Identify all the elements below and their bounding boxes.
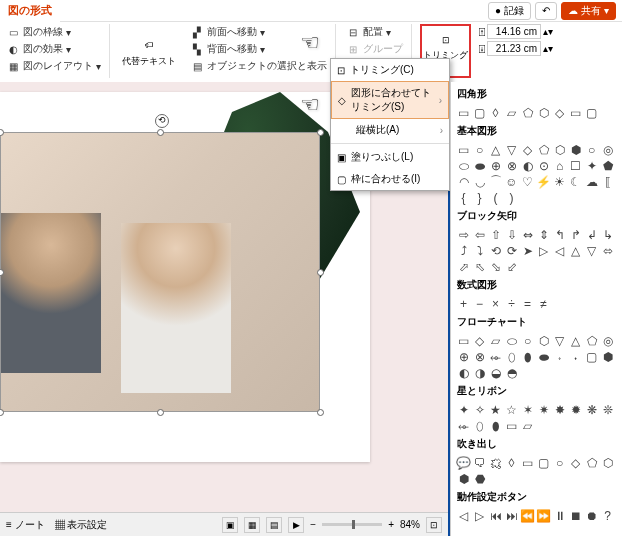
forward-icon: ▞	[190, 25, 204, 39]
rotate-handle[interactable]: ⟲	[155, 114, 169, 128]
width-input[interactable]	[487, 41, 541, 56]
align[interactable]: ⊟配置 ▾	[344, 24, 405, 40]
pic-effect[interactable]: ◐図の効果 ▾	[4, 41, 103, 57]
hand-cursor-2: ☜	[300, 92, 320, 118]
effect-icon: ◐	[6, 42, 20, 56]
fill-icon: ▣	[337, 152, 346, 163]
height-icon: ⍐	[479, 26, 485, 37]
handle-mr[interactable]	[317, 269, 324, 276]
view-normal[interactable]: ▣	[222, 517, 238, 533]
pic-layout[interactable]: ▦図のレイアウト ▾	[4, 58, 103, 74]
sec-arrows: ブロック矢印	[455, 206, 618, 226]
height-input[interactable]	[487, 24, 541, 39]
group-icon: ⊞	[346, 42, 360, 56]
alt-text[interactable]: 🏷 代替テキスト	[118, 24, 180, 78]
backward-icon: ▚	[190, 42, 204, 56]
sec-stars: 星とリボン	[455, 381, 618, 401]
fit-icon: ▢	[337, 174, 346, 185]
status-bar: ≡ ノート ▦ 表示設定 ▣ ▦ ▤ ▶ − + 84% ⊡	[0, 512, 448, 536]
view-reading[interactable]: ▤	[266, 517, 282, 533]
sh-rect[interactable]: ▭	[456, 105, 471, 120]
crop-menu: ⊡トリミング(C) ◇図形に合わせてトリミング(S)› 縦横比(A)› ▣塗りつ…	[330, 58, 450, 191]
selected-picture[interactable]	[0, 132, 320, 412]
sec-flow: フローチャート	[455, 312, 618, 332]
sec-rect: 四角形	[455, 84, 618, 104]
shape-panel: 四角形 ▭▢◊▱⬠⬡◇▭▢ 基本図形 ▭○△▽◇⬠⬡⬢○◎ ⬭⬬⊕⊗◐⊙⌂☐✦⬟…	[450, 82, 622, 536]
select-icon: ▤	[190, 59, 204, 73]
tab-title[interactable]: 図の形式	[0, 0, 60, 22]
pic-border[interactable]: ▭図の枠線 ▾	[4, 24, 103, 40]
alt-icon: 🏷	[139, 35, 159, 55]
record-button[interactable]: ● 記録	[488, 2, 531, 20]
group[interactable]: ⊞グループ	[344, 41, 405, 57]
border-icon: ▭	[6, 25, 20, 39]
width-icon: ⍗	[479, 43, 485, 54]
slide[interactable]: ⟲	[0, 92, 370, 462]
sec-basic: 基本図形	[455, 121, 618, 141]
menu-fill[interactable]: ▣塗りつぶし(L)	[331, 146, 449, 168]
display-button[interactable]: ▦ 表示設定	[55, 518, 108, 532]
handle-br[interactable]	[317, 409, 324, 416]
selection-pane[interactable]: ▤オブジェクトの選択と表示	[188, 58, 329, 74]
zoom-label[interactable]: 84%	[400, 519, 420, 530]
notes-button[interactable]: ≡ ノート	[6, 518, 45, 532]
shape-crop-icon: ◇	[338, 95, 346, 106]
undo-button[interactable]: ↶	[535, 2, 557, 20]
zoom-slider[interactable]	[322, 523, 382, 526]
handle-tm[interactable]	[157, 129, 164, 136]
crop-icon: ⊡	[437, 31, 455, 49]
menu-trim[interactable]: ⊡トリミング(C)	[331, 59, 449, 81]
share-button[interactable]: ☁ 共有 ▾	[561, 2, 616, 20]
handle-bm[interactable]	[157, 409, 164, 416]
handle-bl[interactable]	[0, 409, 4, 416]
sec-action: 動作設定ボタン	[455, 487, 618, 507]
sec-callout: 吹き出し	[455, 434, 618, 454]
handle-tr[interactable]	[317, 129, 324, 136]
fit-button[interactable]: ⊡	[426, 517, 442, 533]
menu-fit[interactable]: ▢枠に合わせる(I)	[331, 168, 449, 190]
hand-cursor-1: ☜	[300, 30, 320, 56]
view-sorter[interactable]: ▦	[244, 517, 260, 533]
sec-math: 数式図形	[455, 275, 618, 295]
menu-aspect[interactable]: 縦横比(A)›	[331, 119, 449, 141]
align-icon: ⊟	[346, 25, 360, 39]
menu-shape-trim[interactable]: ◇図形に合わせてトリミング(S)›	[331, 81, 449, 119]
layout-icon: ▦	[6, 59, 20, 73]
view-slideshow[interactable]: ▶	[288, 517, 304, 533]
crop-icon: ⊡	[337, 65, 345, 76]
